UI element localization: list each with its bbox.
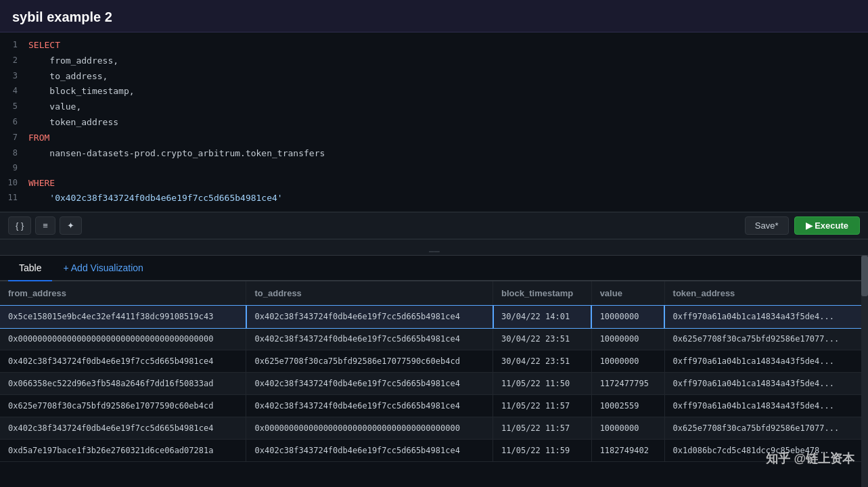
- table-cell-to-address: 0x402c38f343724f0db4e6e19f7cc5d665b4981c…: [246, 328, 493, 350]
- table-cell-token-address: 0x1d086bc7cd5c481dcc9c85ebe478...: [664, 440, 867, 462]
- table-cell-from-address: 0x402c38f343724f0db4e6e19f7cc5d665b4981c…: [0, 417, 246, 440]
- table-cell-token-address: 0xff970a61a04b1ca14834a43f5de4...: [664, 373, 867, 395]
- page-title: sybil example 2: [12, 9, 112, 24]
- line-content: token_address: [28, 116, 118, 130]
- line-content: WHERE: [28, 177, 55, 191]
- header: sybil example 2: [0, 0, 868, 32]
- line-number: 3: [0, 70, 28, 83]
- table-cell-value: 1182749402: [591, 440, 664, 462]
- table-cell-to-address: 0x00000000000000000000000000000000000000…: [246, 417, 493, 440]
- table-cell-token-address: 0xff970a61a04b1ca14834a43f5de4...: [664, 306, 867, 328]
- table-cell-block-timestamp: 11/05/22 11:57: [493, 417, 592, 440]
- scrollbar-thumb[interactable]: [861, 256, 868, 296]
- table-cell-from-address: 0x5ce158015e9bc4ec32ef4411f38dc99108519c…: [0, 306, 246, 328]
- table-row[interactable]: 0x402c38f343724f0db4e6e19f7cc5d665b4981c…: [0, 350, 868, 373]
- add-visualization-button[interactable]: + Add Visualization: [55, 256, 151, 280]
- table-cell-token-address: 0x625e7708f30ca75bfd92586e17077...: [664, 417, 867, 440]
- code-line: 2 from_address,: [0, 53, 868, 69]
- results-area: Table + Add Visualization from_address t…: [0, 256, 868, 487]
- table-view-button[interactable]: ≡: [35, 216, 55, 235]
- table-cell-block-timestamp: 11/05/22 11:50: [493, 373, 592, 395]
- line-number: 6: [0, 116, 28, 129]
- table-row[interactable]: 0x00000000000000000000000000000000000000…: [0, 328, 868, 350]
- table-row[interactable]: 0x5ce158015e9bc4ec32ef4411f38dc99108519c…: [0, 306, 868, 328]
- line-content: SELECT: [28, 39, 60, 53]
- col-block-timestamp: block_timestamp: [493, 281, 592, 306]
- table-cell-to-address: 0x402c38f343724f0db4e6e19f7cc5d665b4981c…: [246, 395, 493, 417]
- code-line: 7FROM: [0, 131, 868, 146]
- line-number: 10: [0, 177, 28, 189]
- code-line: 10WHERE: [0, 176, 868, 191]
- line-content: nansen-datasets-prod.crypto_arbitrum.tok…: [28, 147, 325, 161]
- star-button[interactable]: ✦: [60, 216, 82, 235]
- table-container[interactable]: from_address to_address block_timestamp …: [0, 281, 868, 487]
- code-editor[interactable]: 1SELECT2 from_address,3 to_address,4 blo…: [0, 32, 868, 212]
- table-cell-from-address: 0x402c38f343724f0db4e6e19f7cc5d665b4981c…: [0, 350, 246, 373]
- table-cell-from-address: 0x00000000000000000000000000000000000000…: [0, 328, 246, 350]
- save-button[interactable]: Save*: [745, 216, 789, 235]
- tabs-bar: Table + Add Visualization: [0, 256, 868, 281]
- drag-handle[interactable]: ⎯⎯: [0, 239, 868, 256]
- table-cell-from-address: 0x066358ec522d96e3fb548a2646f7dd16f50833…: [0, 373, 246, 395]
- toolbar: { } ≡ ✦ Save* Execute: [0, 212, 868, 239]
- line-number: 1: [0, 39, 28, 51]
- table-header-row: from_address to_address block_timestamp …: [0, 281, 868, 306]
- table-row[interactable]: 0x066358ec522d96e3fb548a2646f7dd16f50833…: [0, 373, 868, 395]
- line-number: 5: [0, 100, 28, 113]
- table-cell-value: 1172477795: [591, 373, 664, 395]
- line-content: '0x402c38f343724f0db4e6e19f7cc5d665b4981…: [28, 191, 283, 206]
- col-value: value: [591, 281, 664, 306]
- table-row[interactable]: 0xd5a7e197bace1f3b26e2760321d6ce06ad0728…: [0, 440, 868, 462]
- vertical-scrollbar[interactable]: [861, 256, 868, 487]
- line-content: to_address,: [28, 70, 108, 84]
- execute-button[interactable]: Execute: [794, 216, 861, 235]
- table-cell-value: 10000000: [591, 328, 664, 350]
- table-cell-to-address: 0x402c38f343724f0db4e6e19f7cc5d665b4981c…: [246, 440, 493, 462]
- table-cell-to-address: 0x625e7708f30ca75bfd92586e17077590c60eb4…: [246, 350, 493, 373]
- line-number: 11: [0, 191, 28, 204]
- table-cell-value: 10002559: [591, 395, 664, 417]
- table-cell-value: 10000000: [591, 350, 664, 373]
- code-line: 5 value,: [0, 99, 868, 115]
- code-line: 8 nansen-datasets-prod.crypto_arbitrum.t…: [0, 146, 868, 162]
- table-cell-block-timestamp: 30/04/22 23:51: [493, 350, 592, 373]
- table-row[interactable]: 0x625e7708f30ca75bfd92586e17077590c60eb4…: [0, 395, 868, 417]
- line-number: 4: [0, 85, 28, 97]
- json-view-button[interactable]: { }: [8, 216, 31, 235]
- tab-table[interactable]: Table: [8, 256, 52, 281]
- line-number: 8: [0, 147, 28, 160]
- code-line: 11 '0x402c38f343724f0db4e6e19f7cc5d665b4…: [0, 191, 868, 206]
- table-cell-token-address: 0xff970a61a04b1ca14834a43f5de4...: [664, 350, 867, 373]
- table-cell-from-address: 0xd5a7e197bace1f3b26e2760321d6ce06ad0728…: [0, 440, 246, 462]
- table-cell-token-address: 0xff970a61a04b1ca14834a43f5de4...: [664, 395, 867, 417]
- line-content: from_address,: [28, 54, 118, 68]
- code-line: 9: [0, 161, 868, 175]
- results-table: from_address to_address block_timestamp …: [0, 281, 868, 462]
- table-cell-to-address: 0x402c38f343724f0db4e6e19f7cc5d665b4981c…: [246, 373, 493, 395]
- col-to-address: to_address: [246, 281, 493, 306]
- code-line: 4 block_timestamp,: [0, 84, 868, 99]
- table-cell-value: 10000000: [591, 417, 664, 440]
- table-cell-to-address: 0x402c38f343724f0db4e6e19f7cc5d665b4981c…: [246, 306, 493, 328]
- line-number: 7: [0, 131, 28, 144]
- table-cell-block-timestamp: 30/04/22 23:51: [493, 328, 592, 350]
- table-cell-from-address: 0x625e7708f30ca75bfd92586e17077590c60eb4…: [0, 395, 246, 417]
- col-from-address: from_address: [0, 281, 246, 306]
- line-content: FROM: [28, 131, 49, 145]
- code-line: 6 token_address: [0, 115, 868, 131]
- table-cell-token-address: 0x625e7708f30ca75bfd92586e17077...: [664, 328, 867, 350]
- line-number: 9: [0, 162, 28, 175]
- table-cell-value: 10000000: [591, 306, 664, 328]
- line-number: 2: [0, 54, 28, 67]
- col-token-address: token_address: [664, 281, 867, 306]
- code-line: 1SELECT: [0, 38, 868, 53]
- table-row[interactable]: 0x402c38f343724f0db4e6e19f7cc5d665b4981c…: [0, 417, 868, 440]
- table-cell-block-timestamp: 30/04/22 14:01: [493, 306, 592, 328]
- table-cell-block-timestamp: 11/05/22 11:57: [493, 395, 592, 417]
- table-cell-block-timestamp: 11/05/22 11:59: [493, 440, 592, 462]
- code-line: 3 to_address,: [0, 69, 868, 85]
- line-content: value,: [28, 100, 81, 114]
- line-content: block_timestamp,: [28, 85, 135, 99]
